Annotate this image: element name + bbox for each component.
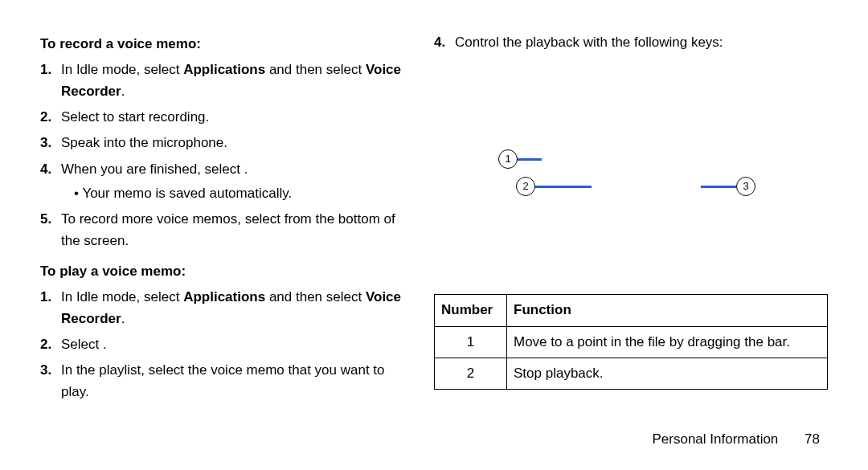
step-number: 2. [40, 107, 51, 128]
function-table: Number Function 1 Move to a point in the… [434, 294, 828, 390]
step-text: Select [61, 109, 103, 125]
play-step-2: 2. Select . [58, 334, 410, 355]
step-text: . [103, 337, 107, 352]
left-column: To record a voice memo: 1. In Idle mode,… [40, 32, 410, 454]
callout-diagram: 1 2 3 [498, 149, 755, 278]
play-step-1: 1. In Idle mode, select Applications and… [58, 287, 410, 329]
step-text: and then select [265, 289, 366, 304]
footer-section: Personal Information [652, 431, 778, 447]
play-steps: 1. In Idle mode, select Applications and… [58, 287, 410, 403]
playback-steps: 4. Control the playback with the followi… [452, 32, 828, 53]
step-number: 3. [40, 133, 51, 153]
step-text: . [121, 311, 125, 326]
step-text: To record more voice memos, select [61, 211, 285, 227]
cell-function: Stop playback. [507, 358, 828, 390]
step-number: 5. [40, 209, 51, 230]
right-column: 4. Control the playback with the followi… [434, 32, 828, 454]
step-number: 2. [40, 334, 51, 355]
callout-1: 1 [498, 149, 518, 169]
callout-lead-3 [701, 186, 736, 188]
record-step-5: 5. To record more voice memos, select fr… [58, 209, 410, 251]
sub-bullet: Your memo is saved automatically. [71, 183, 410, 204]
record-step-3: 3. Speak into the microphone. [58, 133, 410, 153]
step-bold: Applications [183, 289, 265, 304]
footer-page-number: 78 [805, 431, 820, 447]
step-text: Select [61, 337, 103, 352]
step-number: 1. [40, 59, 51, 80]
page-container: To record a voice memo: 1. In Idle mode,… [40, 32, 828, 454]
step-text: . [244, 161, 248, 177]
record-step-2: 2. Select to start recording. [58, 107, 410, 128]
play-step-3: 3. In the playlist, select the voice mem… [58, 360, 410, 403]
cell-number: 1 [435, 326, 507, 358]
step-bold: Applications [183, 62, 265, 77]
cell-number: 2 [435, 358, 507, 390]
step-text: Control the playback with the following … [455, 35, 723, 50]
callout-2: 2 [516, 177, 535, 196]
step-text: In the playlist, select the voice memo t… [61, 362, 385, 398]
heading-play: To play a voice memo: [40, 261, 410, 282]
heading-record: To record a voice memo: [40, 34, 410, 55]
step-number: 1. [40, 287, 51, 308]
callout-lead-2 [535, 186, 592, 188]
table-header-row: Number Function [435, 295, 828, 326]
callout-lead-1 [518, 158, 542, 161]
step-number: 3. [40, 360, 51, 381]
sub-item: Your memo is saved automatically. [71, 183, 410, 204]
header-number: Number [435, 295, 507, 326]
cell-function: Move to a point in the file by dragging … [507, 326, 828, 358]
table-row: 1 Move to a point in the file by draggin… [435, 326, 828, 358]
step-number: 4. [434, 32, 445, 53]
callout-3: 3 [736, 177, 755, 196]
record-step-4: 4. When you are finished, select . Your … [58, 159, 410, 205]
table-row: 2 Stop playback. [435, 358, 828, 390]
step-text: . [121, 84, 125, 99]
step-text: to start recording. [103, 109, 209, 125]
page-footer: Personal Information 78 [652, 431, 820, 448]
record-steps: 1. In Idle mode, select Applications and… [58, 59, 410, 251]
record-step-1: 1. In Idle mode, select Applications and… [58, 59, 410, 102]
step-text: When you are finished, select [61, 161, 244, 177]
playback-step-4: 4. Control the playback with the followi… [452, 32, 828, 53]
step-text: Speak into the microphone. [61, 135, 227, 150]
step-number: 4. [40, 159, 51, 180]
step-text: In Idle mode, select [61, 62, 183, 77]
step-text: and then select [265, 62, 366, 77]
header-function: Function [507, 295, 828, 326]
step-text: In Idle mode, select [61, 289, 183, 304]
